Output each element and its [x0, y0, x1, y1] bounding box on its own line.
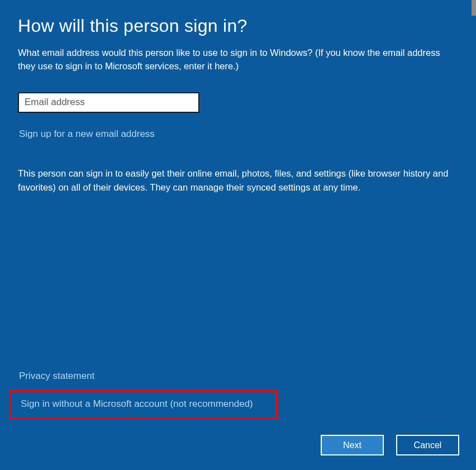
page-subtitle: What email address would this person lik…: [18, 46, 458, 73]
highlighted-option: Sign in without a Microsoft account (not…: [9, 390, 278, 419]
scrollbar-thumb[interactable]: [472, 0, 476, 16]
next-button[interactable]: Next: [321, 435, 384, 455]
dialog-content: How will this person sign in? What email…: [0, 0, 476, 194]
page-title: How will this person sign in?: [18, 16, 458, 36]
description-text: This person can sign in to easily get th…: [18, 167, 458, 194]
cancel-button[interactable]: Cancel: [396, 435, 459, 455]
button-row: Next Cancel: [321, 435, 459, 455]
privacy-statement-link[interactable]: Privacy statement: [19, 371, 94, 381]
signup-email-link[interactable]: Sign up for a new email address: [19, 129, 155, 140]
email-input[interactable]: [18, 92, 199, 113]
sign-in-without-account-link[interactable]: Sign in without a Microsoft account (not…: [21, 398, 253, 409]
